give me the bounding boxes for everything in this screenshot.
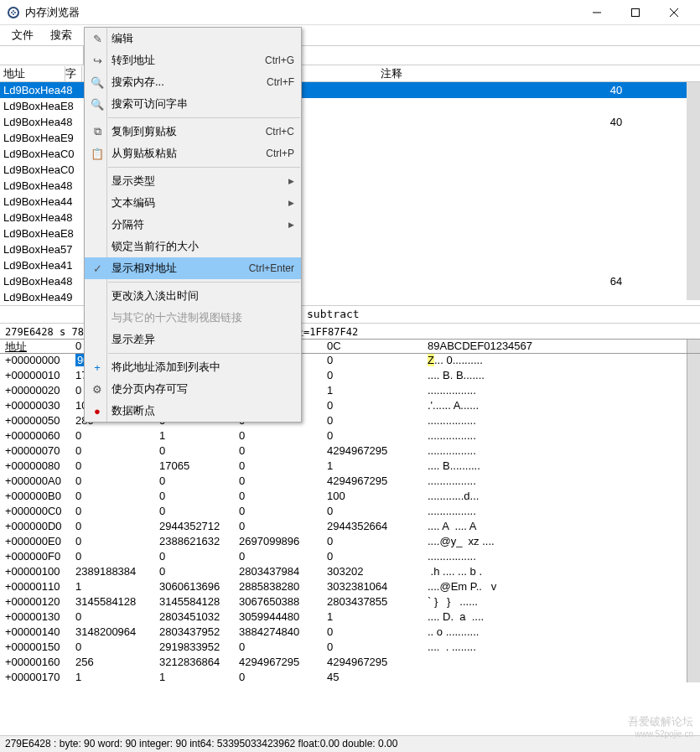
ctx-show-diff[interactable]: 显示差异 [85,329,301,350]
gear-icon: ⚙ [88,383,106,396]
hex-col-addr[interactable]: 地址 [0,340,75,353]
ctx-search-memory[interactable]: 🔍搜索内存...Ctrl+F [85,71,301,93]
chevron-right-icon: ▶ [288,220,294,229]
chevron-right-icon: ▶ [288,199,294,207]
plus-icon: + [88,361,106,374]
hex-row[interactable]: +000001203145584128314558412830676503882… [0,595,700,610]
search-icon: 🔍 [88,76,106,89]
ctx-copy[interactable]: ⧉复制到剪贴板Ctrl+C [85,121,301,143]
hex-scrollbar[interactable] [687,354,700,682]
hex-row[interactable]: +0000017011045 [0,671,700,686]
context-menu: ✎编辑 ↪转到地址Ctrl+G 🔍搜索内存...Ctrl+F 🔍搜索可访问字串 … [84,27,302,423]
col-bytes[interactable]: 字 [65,66,82,81]
window-title: 内存浏览器 [25,5,578,20]
hex-row[interactable]: +0000008001706501.... B.......... [0,459,700,475]
svg-rect-1 [632,8,640,16]
hex-row[interactable]: +000001602563212836864429496729542949672… [0,656,700,671]
ctx-goto[interactable]: ↪转到地址Ctrl+G [85,49,301,71]
check-icon: ✓ [88,262,106,275]
app-icon [7,6,20,19]
ctx-add-to-list[interactable]: +将此地址添加到列表中 [85,356,301,378]
hex-row[interactable]: +000000B0000100............d... [0,490,700,505]
breakpoint-icon: ● [88,405,106,417]
address-box-left[interactable] [0,46,84,65]
hex-row[interactable]: +000000D00294435271202944352664.... A ..… [0,520,700,535]
ctx-data-breakpoint[interactable]: ●数据断点 [85,400,301,422]
hex-row[interactable]: +000000F00000................ [0,550,700,565]
menu-file[interactable]: 文件 [8,26,37,44]
ctx-paste[interactable]: 📋从剪贴板粘贴Ctrl+P [85,143,301,164]
maximize-button[interactable] [616,0,655,25]
close-button[interactable] [655,0,693,25]
hex-scroll-head [687,340,700,353]
ctx-fade-time[interactable]: 更改淡入淡出时间 [85,285,301,307]
menu-search[interactable]: 搜索 [47,26,75,44]
hex-col-0c[interactable]: 0C [327,340,428,353]
hex-row[interactable]: +000000C00000................ [0,505,700,520]
edit-icon: ✎ [88,33,106,45]
hex-row[interactable]: +000001403148200964280343795238842748400… [0,625,700,640]
hex-row[interactable]: +000000700004294967295................ [0,444,700,459]
ctx-text-encoding[interactable]: 文本编码▶ [85,192,301,214]
minimize-button[interactable] [578,0,616,25]
ctx-link-hex: 与其它的十六进制视图链接 [85,307,301,329]
hex-row[interactable]: +00000100238918838402803437984303202 .h … [0,565,700,580]
search-icon: 🔍 [88,98,106,111]
col-address[interactable]: 地址 [0,66,65,81]
hex-row[interactable]: +000000E00238862163226970998960....@y_ x… [0,535,700,550]
hex-row[interactable]: +000000600100................ [0,429,700,444]
ctx-show-relative[interactable]: ✓显示相对地址Ctrl+Enter [85,257,301,279]
hex-row[interactable]: +000001500291983395200.... . ........ [0,640,700,656]
status-bar: 279E6428 : byte: 90 word: 90 integer: 90… [0,735,700,752]
disasm-scrollbar[interactable] [687,82,700,300]
paste-icon: 📋 [88,148,106,160]
ctx-search-strings[interactable]: 🔍搜索可访问字串 [85,93,301,115]
hex-row[interactable]: +000001300280345103230599444801.... D. a… [0,610,700,625]
ctx-make-writable[interactable]: ⚙使分页内存可写 [85,378,301,400]
hex-row[interactable]: +000000A00004294967295................ [0,475,700,490]
svg-point-0 [8,8,18,18]
goto-icon: ↪ [88,54,106,67]
search-value[interactable]: subtract [302,306,700,323]
hex-col-ascii[interactable]: 89ABCDEF01234567 [428,340,687,353]
copy-icon: ⧉ [88,125,106,138]
ctx-lock-size[interactable]: 锁定当前行的大小 [85,236,301,257]
chevron-right-icon: ▶ [288,177,294,185]
ctx-edit[interactable]: ✎编辑 [85,28,301,49]
hex-row[interactable]: +000001101306061369628858382803032381064… [0,580,700,595]
titlebar: 内存浏览器 [0,0,700,25]
ctx-separator[interactable]: 分隔符▶ [85,214,301,236]
ctx-display-type[interactable]: 显示类型▶ [85,170,301,192]
